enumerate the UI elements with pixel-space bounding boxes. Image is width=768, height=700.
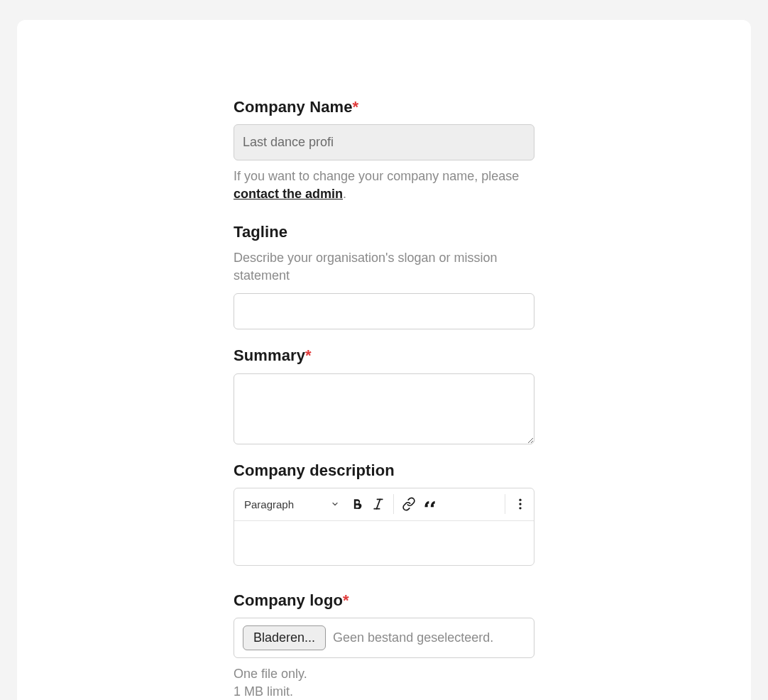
svg-line-2	[377, 500, 380, 509]
label-text: Company Name	[234, 98, 352, 116]
svg-point-5	[519, 508, 521, 510]
summary-label: Summary*	[234, 346, 534, 364]
rte-block-label: Paragraph	[244, 498, 294, 510]
required-mark: *	[352, 98, 358, 116]
italic-button[interactable]	[368, 493, 389, 515]
rte-block-format-select[interactable]: Paragraph	[237, 488, 346, 520]
file-help-line: 1 MB limit.	[234, 683, 534, 700]
italic-icon	[371, 497, 385, 511]
svg-point-3	[519, 499, 521, 501]
quote-button[interactable]	[419, 493, 441, 515]
company-name-label: Company Name*	[234, 98, 534, 116]
tagline-description: Describe your organisation's slogan or m…	[234, 249, 534, 285]
label-text: Summary	[234, 346, 305, 364]
tagline-input[interactable]	[234, 293, 534, 329]
bold-icon	[350, 497, 364, 511]
field-company-name: Company Name* If you want to change your…	[234, 98, 534, 203]
more-button[interactable]	[510, 493, 531, 515]
tagline-label: Tagline	[234, 223, 534, 241]
field-company-logo: Company logo* Bladeren... Geen bestand g…	[234, 591, 534, 700]
browse-button[interactable]: Bladeren...	[243, 625, 326, 650]
quote-icon	[423, 497, 437, 511]
file-help-line: One file only.	[234, 665, 534, 683]
form-area: Company Name* If you want to change your…	[234, 98, 534, 700]
required-mark: *	[343, 591, 349, 609]
company-name-input	[234, 124, 534, 160]
file-status-text: Geen bestand geselecteerd.	[333, 630, 493, 645]
summary-textarea[interactable]	[234, 373, 534, 444]
field-company-description: Company description Paragraph	[234, 461, 534, 566]
form-card: Company Name* If you want to change your…	[17, 20, 751, 700]
field-summary: Summary*	[234, 346, 534, 447]
toolbar-separator	[505, 494, 505, 514]
toolbar-separator	[393, 494, 394, 514]
bold-button[interactable]	[346, 493, 368, 515]
rich-text-editor: Paragraph	[234, 488, 534, 566]
company-name-help: If you want to change your company name,…	[234, 168, 534, 203]
label-text: Company logo	[234, 591, 343, 609]
help-suffix: .	[343, 187, 346, 201]
contact-admin-link[interactable]: contact the admin	[234, 187, 343, 201]
company-logo-label: Company logo*	[234, 591, 534, 609]
svg-point-4	[519, 503, 521, 505]
chevron-down-icon	[331, 500, 339, 508]
more-vertical-icon	[513, 497, 527, 511]
file-input-wrap: Bladeren... Geen bestand geselecteerd.	[234, 618, 534, 658]
rte-content-area[interactable]	[234, 521, 534, 565]
company-description-label: Company description	[234, 461, 534, 479]
link-button[interactable]	[398, 493, 419, 515]
field-tagline: Tagline Describe your organisation's slo…	[234, 223, 534, 329]
file-help-block: One file only. 1 MB limit. Allowed types…	[234, 665, 534, 700]
help-prefix: If you want to change your company name,…	[234, 169, 519, 183]
rte-toolbar: Paragraph	[234, 488, 534, 521]
required-mark: *	[305, 346, 312, 364]
link-icon	[402, 497, 416, 511]
